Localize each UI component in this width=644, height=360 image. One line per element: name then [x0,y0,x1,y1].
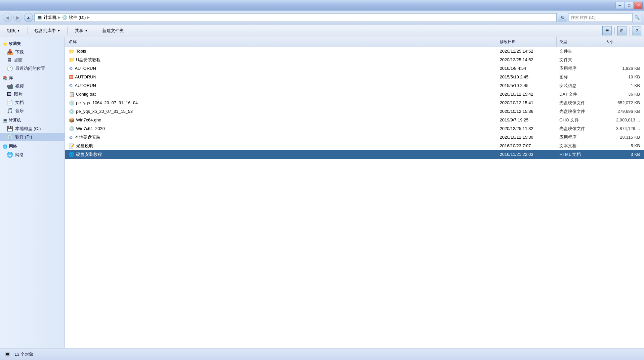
downloads-label: 下载 [15,49,24,55]
col-header-modified[interactable]: 修改日期 [497,37,557,47]
refresh-button[interactable]: ↻ [558,13,567,22]
file-type-label: 光盘映像文件 [559,126,585,132]
network-item-label: 网络 [15,152,24,158]
table-row[interactable]: ⚙ AUTORUN 2015/5/10 2:45 安装信息 1 KB [65,81,644,90]
file-name-cell: 💿 pe_yqs_xp_20_07_31_15_53 [66,107,497,115]
col-header-size[interactable]: 大小 [603,37,643,47]
file-modified-cell: 2016/10/23 7:07 [497,142,557,150]
table-row[interactable]: 🌐 硬盘安装教程 2016/11/21 22:03 HTML 文档 3 KB [65,150,644,159]
table-row[interactable]: 💿 pe_yqs_1064_20_07_31_16_04 2020/10/12 … [65,99,644,107]
local-c-label: 本地磁盘 (C:) [15,126,41,132]
toolbar-separator-3 [95,27,95,34]
back-button[interactable]: ◀ [3,13,12,22]
sidebar-item-downloads[interactable]: 📥 下载 [0,48,64,56]
sidebar-item-local-c[interactable]: 💾 本地磁盘 (C:) [0,124,64,133]
file-name: Win7x64_2020 [76,126,105,131]
table-row[interactable]: 📋 Config.dat 2020/10/12 15:42 DAT 文件 36 … [65,90,644,99]
sidebar-item-recent[interactable]: 🕐 最近访问的位置 [0,64,64,72]
breadcrumb[interactable]: 💻 计算机 ▶ 💿 软件 (D:) ▶ [34,13,557,22]
forward-icon: ▶ [16,15,20,20]
file-name: pe_yqs_xp_20_07_31_15_53 [76,109,133,114]
file-modified-cell: 2016/1/8 4:54 [497,64,557,72]
sidebar-item-document[interactable]: 📄 文档 [0,98,64,107]
organize-label: 组织 [7,28,16,34]
sidebar-item-music[interactable]: 🎵 音乐 [0,107,64,115]
table-row[interactable]: 🖼 AUTORUN 2015/5/10 2:45 图标 10 KB [65,73,644,81]
archive-label: 包含到库中 [34,28,56,34]
file-type-icon: 📁 [69,49,74,54]
table-row[interactable]: ⚙ 本地硬盘安装 2020/10/12 15:30 应用程序 28,315 KB [65,133,644,142]
file-type-icon: 💿 [69,100,74,106]
file-name-cell: ⚙ 本地硬盘安装 [66,133,497,141]
document-label: 文档 [15,100,24,106]
file-name-cell: 📁 U盘安装教程 [66,56,497,64]
search-input[interactable] [569,15,632,20]
share-label: 共享 [75,28,83,34]
table-row[interactable]: 📦 Win7x64.gho 2019/9/7 19:25 GHO 文件 2,90… [65,116,644,124]
search-button[interactable]: 🔍 [632,13,641,22]
file-modified: 2015/5/10 2:45 [500,74,529,79]
col-header-type[interactable]: 类型 [557,37,603,47]
sidebar-item-picture[interactable]: 🖼 图片 [0,90,64,98]
file-type-cell: 图标 [557,73,603,81]
table-row[interactable]: 📁 U盘安装教程 2020/12/25 14:52 文件夹 [65,56,644,64]
file-size-label: 1 KB [631,83,640,88]
file-type-icon: 📁 [69,57,74,63]
file-type-label: 文件夹 [559,57,572,63]
network-header-icon: 🌐 [3,144,8,149]
sidebar-item-network[interactable]: 🌐 网络 [0,151,64,159]
file-type-cell: 文件夹 [557,56,603,64]
desktop-label: 桌面 [14,57,22,63]
sidebar-item-local-d[interactable]: 💿 软件 (D:) [0,133,64,141]
file-type-icon: ⚙ [69,83,73,88]
file-type-cell: GHO 文件 [557,116,603,124]
archive-chevron-icon: ▼ [57,29,61,32]
recent-icon: 🕐 [7,65,13,71]
breadcrumb-drive[interactable]: 软件 (D:) [69,15,86,21]
forward-button[interactable]: ▶ [13,13,22,22]
view-options-button[interactable]: ☰ [602,26,612,35]
layout-button[interactable]: ⊞ [617,26,626,35]
help-button[interactable]: ? [632,26,641,35]
breadcrumb-computer[interactable]: 计算机 [44,15,57,21]
file-name-cell: 📦 Win7x64.gho [66,116,497,124]
file-modified-cell: 2015/5/10 2:45 [497,73,557,81]
table-row[interactable]: 💿 Win7x64_2020 2020/12/25 11:32 光盘映像文件 3… [65,124,644,133]
local-c-icon: 💾 [7,125,13,132]
table-row[interactable]: 💿 pe_yqs_xp_20_07_31_15_53 2020/10/12 15… [65,107,644,116]
new-folder-button[interactable]: 新建文件夹 [98,26,128,35]
sidebar-item-desktop[interactable]: 🖥 桌面 [0,56,64,64]
file-type-label: 应用程序 [559,134,577,140]
file-size-cell: 10 KB [603,73,643,81]
file-type-cell: 光盘映像文件 [557,124,603,133]
help-icon: ? [636,28,638,33]
sidebar-item-video[interactable]: 📹 视频 [0,82,64,90]
file-name: Config.dat [76,92,96,97]
local-d-label: 软件 (D:) [15,134,32,140]
table-row[interactable]: ⚙ AUTORUN 2016/1/8 4:54 应用程序 1,926 KB [65,64,644,73]
file-modified: 2020/12/25 11:32 [500,126,533,131]
archive-button[interactable]: 包含到库中 ▼ [30,26,65,35]
local-d-icon: 💿 [7,134,13,140]
address-bar: ◀ ▶ ▲ 💻 计算机 ▶ 💿 软件 (D:) ▶ ↻ 🔍 [0,11,644,24]
col-header-name[interactable]: 名称 [66,37,497,47]
file-modified-cell: 2015/5/10 2:45 [497,81,557,90]
status-bar: 🖥 13 个对象 [0,348,644,360]
file-type-cell: DAT 文件 [557,90,603,98]
file-name: 本地硬盘安装 [75,134,101,140]
organize-button[interactable]: 组织 ▼ [3,26,24,35]
network-icon: 🌐 [7,152,13,158]
table-row[interactable]: 📁 Tools 2020/12/25 14:52 文件夹 [65,47,644,56]
drive-icon: 💻 [37,15,42,20]
table-row[interactable]: 📝 光盘说明 2016/10/23 7:07 文本文档 5 KB [65,142,644,150]
file-type-cell: 光盘映像文件 [557,107,603,115]
title-bar: ─ □ ✕ [0,0,644,11]
share-button[interactable]: 共享 ▼ [70,26,92,35]
file-modified: 2020/10/12 15:41 [500,100,533,105]
maximize-button[interactable]: □ [625,2,633,9]
sidebar: ⭐ 收藏夹 📥 下载 🖥 桌面 🕐 最近访问的位置 📚 库 [0,37,65,348]
minimize-button[interactable]: ─ [616,2,624,9]
back-icon: ◀ [6,15,9,20]
close-button[interactable]: ✕ [634,2,643,9]
up-button[interactable]: ▲ [24,13,33,22]
